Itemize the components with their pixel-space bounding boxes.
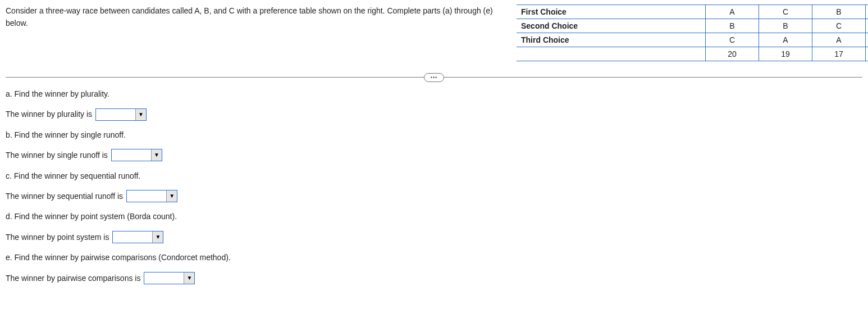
table-cell: C [866, 5, 869, 19]
table-cell: B [759, 19, 812, 33]
part-a-prompt: a. Find the winner by plurality. [6, 88, 862, 100]
table-row: First Choice A C B C [517, 5, 868, 19]
chevron-down-icon: ▼ [166, 190, 177, 202]
part-e-answer-prefix: The winner by pairwise comparisons is [6, 272, 140, 284]
row-label: First Choice [517, 5, 706, 19]
table-cell: B [866, 33, 869, 47]
part-c-dropdown[interactable]: ▼ [126, 190, 177, 202]
row-label: Second Choice [517, 19, 706, 33]
table-cell: B [706, 19, 759, 33]
part-e-prompt: e. Find the winner by pairwise compariso… [6, 251, 862, 264]
part-d-prompt: d. Find the winner by point system (Bord… [6, 210, 862, 223]
question-prompt: Consider a three-way race between candid… [6, 4, 500, 30]
table-row: Third Choice C A A B [517, 33, 868, 47]
table-cell: 7 [866, 47, 869, 61]
table-cell: C [759, 5, 812, 19]
row-label [517, 47, 706, 61]
part-b-prompt: b. Find the winner by single runoff. [6, 129, 862, 141]
expand-toggle-button[interactable]: ••• [424, 73, 444, 82]
part-a-answer-prefix: The winner by plurality is [6, 108, 92, 120]
table-row: Second Choice B B C A [517, 19, 868, 33]
table-cell: A [866, 19, 869, 33]
table-cell: C [812, 19, 866, 33]
table-cell: B [812, 5, 866, 19]
part-d-dropdown[interactable]: ▼ [112, 231, 163, 243]
chevron-down-icon: ▼ [135, 109, 146, 120]
table-cell: A [759, 33, 812, 47]
table-cell: 17 [812, 47, 866, 61]
table-row: 20 19 17 7 [517, 47, 868, 61]
chevron-down-icon: ▼ [184, 273, 194, 284]
part-e-dropdown[interactable]: ▼ [144, 272, 195, 284]
preference-table: First Choice A C B C Second Choice B B C… [517, 4, 868, 61]
table-cell: C [706, 33, 759, 47]
table-cell: 20 [706, 47, 759, 61]
part-c-prompt: c. Find the winner by sequential runoff. [6, 170, 862, 182]
part-c-answer-prefix: The winner by sequential runoff is [6, 190, 123, 202]
table-cell: A [812, 33, 866, 47]
part-b-dropdown[interactable]: ▼ [111, 149, 162, 161]
part-b-answer-prefix: The winner by single runoff is [6, 149, 108, 161]
part-d-answer-prefix: The winner by point system is [6, 231, 109, 243]
table-cell: 19 [759, 47, 812, 61]
row-label: Third Choice [517, 33, 706, 47]
chevron-down-icon: ▼ [151, 149, 162, 161]
part-a-dropdown[interactable]: ▼ [95, 108, 147, 121]
chevron-down-icon: ▼ [152, 231, 163, 243]
table-cell: A [706, 5, 759, 19]
